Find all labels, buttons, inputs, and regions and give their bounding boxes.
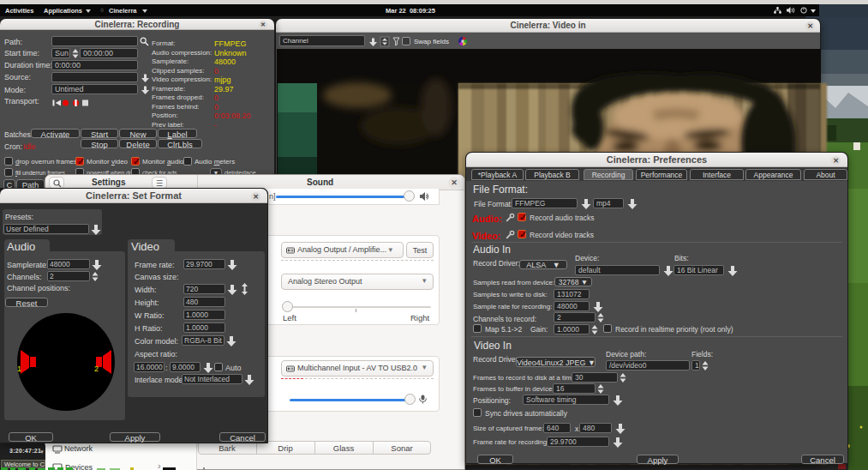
svg-text:1: 1 <box>17 365 21 373</box>
svg-text:2: 2 <box>94 365 99 373</box>
